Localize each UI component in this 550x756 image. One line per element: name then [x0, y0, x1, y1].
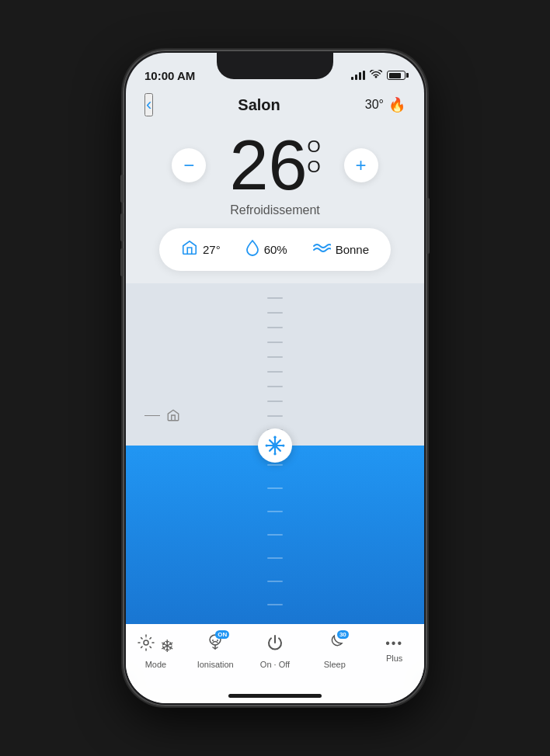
tick-8 [267, 401, 283, 402]
mode-label: Refroidissement [230, 203, 320, 217]
nav-plus-label: Plus [386, 654, 402, 663]
air-quality-value: Bonne [336, 243, 369, 256]
temperature-section: − 26 O O + Refroidissement [126, 123, 424, 283]
bottom-nav: ❄ Mode ON [126, 624, 424, 688]
sleep-icon: 30 [325, 633, 344, 657]
air-quality-item: Bonne [312, 241, 369, 258]
tick-marks-top [267, 283, 283, 446]
home-temp-value: 27° [203, 243, 221, 256]
tick-3 [267, 327, 283, 328]
header: ‹ Salon 30° 🔥 [126, 87, 424, 123]
temp-unit-top: O [307, 137, 320, 157]
snowflake-handle[interactable] [258, 428, 292, 463]
notch [217, 53, 333, 79]
nav-mode-label: Mode [145, 660, 167, 669]
tick-b-1 [267, 464, 283, 466]
increase-button[interactable]: + [344, 148, 378, 182]
tick-b-2 [267, 487, 283, 489]
nav-onoff-label: On · Off [260, 660, 290, 669]
tick-5 [267, 356, 283, 358]
main-content: − 26 O O + Refroidissement [126, 123, 424, 703]
tick-b-6 [267, 581, 283, 582]
tick-6 [267, 371, 283, 373]
signal-icon [351, 71, 365, 80]
status-time: 10:00 AM [144, 69, 195, 82]
temp-controls: − 26 O O + [172, 130, 378, 200]
info-pill: 27° 60% [159, 228, 391, 271]
svg-point-11 [217, 640, 218, 641]
temp-unit-container: O O [307, 137, 320, 178]
humidity-item: 60% [245, 239, 287, 260]
svg-point-7 [266, 444, 268, 446]
home-temp-line [144, 408, 180, 422]
tick-b-5 [267, 557, 283, 559]
svg-point-5 [273, 436, 276, 439]
ionisation-icon: ON [206, 633, 225, 657]
tick-9 [267, 415, 283, 417]
slider-top [126, 283, 424, 446]
humidity-icon [245, 239, 259, 260]
status-icons [351, 70, 406, 81]
nav-mode[interactable]: ❄ Mode [126, 633, 186, 669]
tick-7 [267, 386, 283, 387]
svg-point-8 [282, 444, 284, 446]
decrease-button[interactable]: − [172, 148, 206, 182]
humidity-value: 60% [264, 243, 287, 256]
home-indicator-bar [228, 694, 322, 698]
temp-display: 26 O O [229, 130, 320, 200]
tick-4 [267, 342, 283, 343]
wifi-icon [370, 70, 382, 81]
tick-b-7 [267, 604, 283, 605]
back-button[interactable]: ‹ [144, 93, 153, 116]
page-title: Salon [238, 96, 280, 114]
tick-b-3 [267, 511, 283, 512]
home-temp-item: 27° [181, 239, 221, 260]
battery-icon [387, 71, 406, 80]
nav-onoff[interactable]: On · Off [245, 633, 305, 669]
header-right: 30° 🔥 [365, 96, 406, 113]
tick-1 [267, 297, 283, 299]
slider-area[interactable] [126, 283, 424, 624]
nav-sleep-label: Sleep [324, 660, 346, 669]
nav-ionisation[interactable]: ON Ionisation [186, 633, 245, 669]
svg-point-6 [273, 453, 276, 455]
home-icon [181, 239, 198, 260]
phone-screen: 10:00 AM [126, 53, 424, 703]
more-icon: ••• [385, 633, 403, 650]
svg-point-10 [212, 640, 214, 641]
nav-ionisation-label: Ionisation [197, 660, 234, 669]
home-indicator [126, 688, 424, 703]
mode-icon: ❄ [137, 633, 174, 657]
power-icon [266, 633, 284, 657]
tick-2 [267, 312, 283, 314]
phone-frame: 10:00 AM [124, 50, 426, 706]
slider-bottom [126, 446, 424, 624]
tick-marks-bottom [267, 446, 283, 624]
flame-icon: 🔥 [388, 96, 406, 113]
svg-point-9 [144, 640, 148, 645]
ionisation-badge: ON [215, 630, 229, 639]
air-quality-icon [312, 241, 331, 258]
nav-sleep[interactable]: 30 Sleep [305, 633, 364, 669]
temp-unit-bottom: O [307, 157, 320, 177]
outdoor-temp: 30° [365, 98, 384, 112]
nav-plus[interactable]: ••• Plus [364, 633, 424, 663]
sleep-badge: 30 [337, 630, 349, 639]
tick-b-4 [267, 534, 283, 536]
temp-value: 26 [229, 130, 307, 200]
